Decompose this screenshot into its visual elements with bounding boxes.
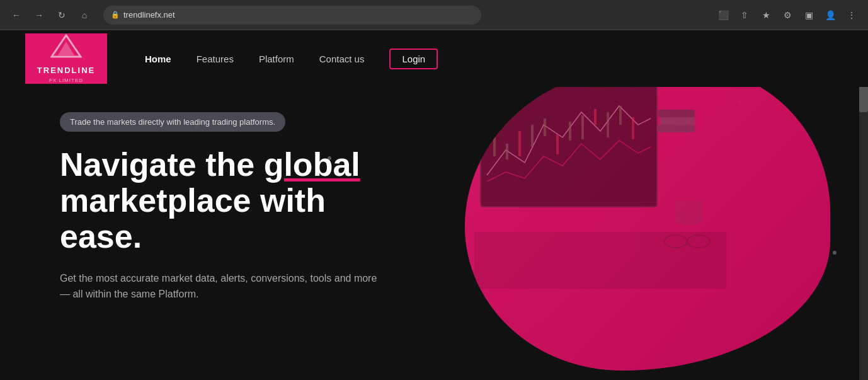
nav-links: Home Features Platform Contact us Login: [145, 49, 438, 69]
hero-section: Trade the markets directly with leading …: [0, 87, 868, 380]
hero-image: [465, 87, 830, 371]
logo-icon: [50, 34, 82, 58]
hero-text-block: Trade the markets directly with leading …: [60, 112, 387, 302]
heading-line3: ease.: [60, 218, 142, 255]
window-icon[interactable]: ▣: [800, 6, 818, 24]
logo-text: TRENDLINE: [37, 66, 95, 75]
browser-actions: ⬛ ⇧ ★ ⚙ ▣ 👤 ⋮: [714, 6, 860, 24]
browser-chrome: ← → ↻ ⌂ 🔒 trendlinefx.net ⬛ ⇧ ★ ⚙ ▣ 👤 ⋮: [0, 0, 868, 30]
hero-heading: Navigate the global marketplace with eas…: [60, 147, 387, 255]
hero-subtext: Get the most accurate market data, alert…: [60, 270, 387, 302]
url-text: trendlinefx.net: [123, 10, 175, 20]
extensions-icon[interactable]: ⚙: [779, 6, 796, 24]
back-button[interactable]: ←: [8, 6, 25, 24]
site-content: TRENDLINE FX LIMITED Home Features Platf…: [0, 30, 868, 380]
bookmark-icon[interactable]: ★: [757, 6, 775, 24]
heading-line2: marketplace with: [60, 182, 326, 219]
hero-badge: Trade the markets directly with leading …: [60, 112, 285, 132]
logo[interactable]: TRENDLINE FX LIMITED: [25, 33, 107, 84]
lock-icon: 🔒: [111, 11, 120, 19]
image-overlay: [465, 87, 830, 371]
nav-home[interactable]: Home: [145, 54, 171, 64]
forward-button[interactable]: →: [30, 6, 48, 24]
nav-contact[interactable]: Contact us: [319, 54, 365, 64]
reload-button[interactable]: ↻: [53, 6, 71, 24]
home-button[interactable]: ⌂: [76, 6, 93, 24]
heading-highlight: global: [264, 146, 360, 183]
cast-icon[interactable]: ⬛: [714, 6, 732, 24]
share-icon[interactable]: ⇧: [736, 6, 753, 24]
menu-icon[interactable]: ⋮: [843, 6, 860, 24]
login-button[interactable]: Login: [389, 49, 438, 69]
nav-platform[interactable]: Platform: [259, 54, 294, 64]
profile-icon[interactable]: 👤: [821, 6, 839, 24]
nav-features[interactable]: Features: [197, 54, 234, 64]
dot-decoration-4: [833, 251, 837, 255]
navbar: TRENDLINE FX LIMITED Home Features Platf…: [0, 30, 868, 87]
address-bar[interactable]: 🔒 trendlinefx.net: [103, 6, 481, 25]
logo-subtext: FX LIMITED: [49, 78, 83, 83]
